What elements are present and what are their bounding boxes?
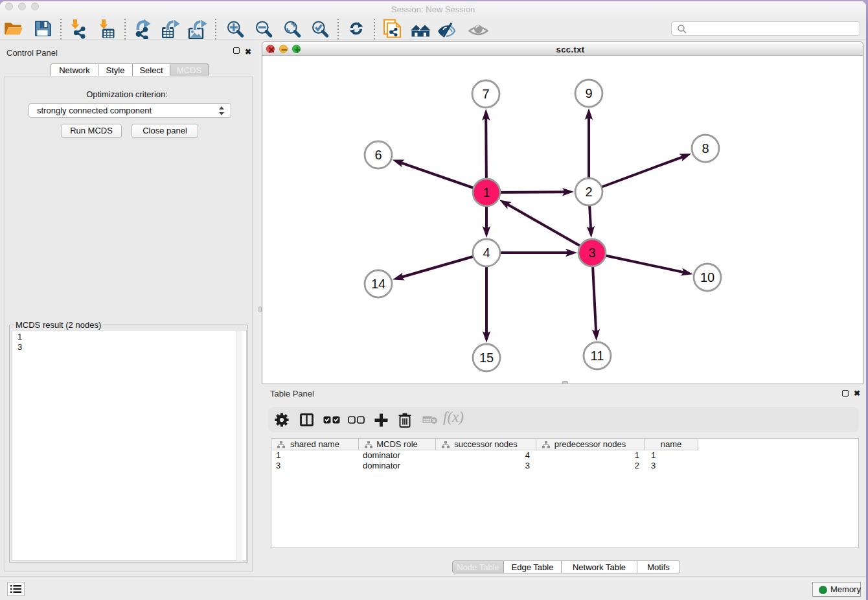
svg-text:8: 8 (702, 141, 709, 156)
svg-text:9: 9 (585, 86, 592, 100)
svg-text:14: 14 (371, 277, 385, 291)
svg-text:11: 11 (591, 349, 604, 363)
svg-text:15: 15 (479, 351, 494, 365)
svg-text:6: 6 (374, 148, 382, 162)
svg-text:2: 2 (585, 185, 592, 199)
svg-text:4: 4 (483, 246, 490, 260)
svg-text:7: 7 (482, 87, 489, 101)
svg-text:10: 10 (700, 270, 714, 284)
svg-text:1: 1 (483, 185, 490, 200)
svg-text:3: 3 (588, 246, 595, 260)
